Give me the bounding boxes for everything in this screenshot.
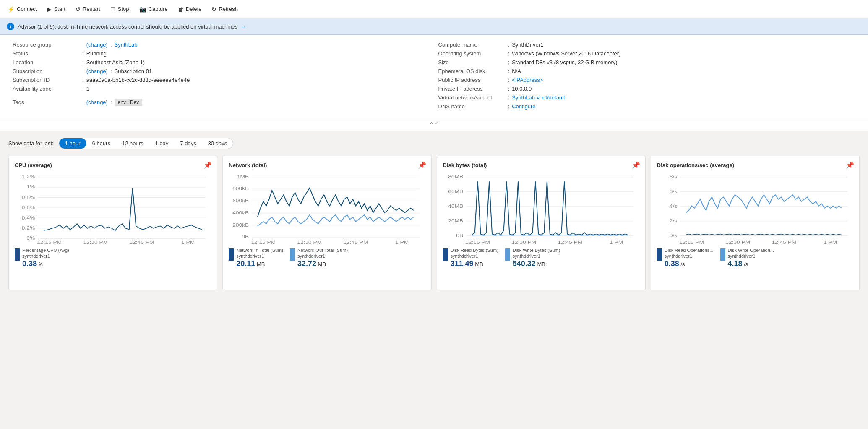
svg-text:1 PM: 1 PM [610, 240, 623, 244]
svg-text:60MB: 60MB [448, 189, 463, 194]
restart-icon: ↺ [76, 6, 81, 13]
collapse-bar[interactable]: ⌃⌃ [0, 119, 868, 131]
private-ip-value: 10.0.0.0 [512, 86, 532, 92]
disk-bytes-chart-card: Disk bytes (total) 📌 80MB 60MB 40MB 20MB… [437, 156, 646, 290]
svg-text:0B: 0B [456, 233, 463, 238]
svg-text:12:45 PM: 12:45 PM [344, 240, 368, 244]
time-6hours[interactable]: 6 hours [86, 138, 116, 149]
time-30days[interactable]: 30 days [202, 138, 233, 149]
private-ip-label: Private IP address [438, 86, 506, 92]
disk-write-ops-value: 4.18 [728, 259, 743, 268]
ephemeral-value: N/A [512, 68, 521, 74]
svg-text:4/s: 4/s [670, 204, 677, 209]
svg-text:80MB: 80MB [448, 174, 463, 179]
time-1hour[interactable]: 1 hour [59, 138, 86, 149]
collapse-icon: ⌃⌃ [429, 121, 440, 129]
svg-text:800kB: 800kB [232, 186, 249, 191]
connect-button[interactable]: ⚡ Connect [3, 3, 41, 15]
delete-icon: 🗑 [178, 6, 184, 13]
resource-group-value[interactable]: SynthLab [115, 42, 138, 48]
disk-ops-chart-card: Disk operations/sec (average) 📌 8/s 6/s … [651, 156, 860, 290]
network-in-unit: MB [257, 261, 265, 267]
svg-text:200kB: 200kB [232, 222, 249, 228]
tag-value: env : Dev [118, 99, 139, 105]
svg-text:0.4%: 0.4% [22, 215, 35, 220]
stop-button[interactable]: ☐ Stop [106, 3, 133, 15]
svg-text:40MB: 40MB [448, 204, 463, 209]
disk-bytes-legend: Disk Read Bytes (Sum)synthddriver1 311.4… [443, 247, 639, 268]
time-1day[interactable]: 1 day [149, 138, 175, 149]
refresh-button[interactable]: ↻ Refresh [207, 3, 242, 15]
os-label: Operating system [438, 50, 506, 57]
info-icon: i [7, 23, 14, 30]
network-out-legend-bar [290, 248, 295, 261]
svg-text:20MB: 20MB [448, 218, 463, 223]
svg-text:1 PM: 1 PM [395, 240, 409, 244]
time-7days[interactable]: 7 days [174, 138, 202, 149]
capture-button[interactable]: 📷 Capture [135, 3, 172, 15]
ephemeral-row: Ephemeral OS disk : N/A [438, 68, 856, 74]
stop-icon: ☐ [110, 6, 116, 13]
location-value: Southeast Asia (Zone 1) [86, 59, 145, 65]
resource-group-change[interactable]: (change) [86, 42, 108, 48]
vnet-label: Virtual network/subnet [438, 94, 506, 101]
disk-write-bytes-unit: MB [537, 261, 546, 267]
availability-zone-label: Availability zone [13, 86, 80, 92]
connect-icon: ⚡ [8, 6, 15, 13]
disk-read-ops-legend-bar [657, 248, 662, 261]
private-ip-row: Private IP address : 10.0.0.0 [438, 86, 856, 92]
svg-text:12:15 PM: 12:15 PM [679, 240, 704, 244]
advisor-banner: i Advisor (1 of 9): Just-In-Time network… [0, 18, 868, 35]
svg-text:1.2%: 1.2% [22, 174, 35, 179]
disk-read-bytes-unit: MB [475, 261, 483, 267]
svg-text:12:30 PM: 12:30 PM [725, 240, 750, 244]
tag-badge: env : Dev [115, 99, 143, 106]
status-label: Status [13, 50, 80, 57]
public-ip-value[interactable]: <IPAddress> [512, 77, 543, 83]
cpu-legend-bar [15, 248, 20, 261]
disk-bytes-chart-svg-wrap: 80MB 60MB 40MB 20MB 0B 12:15 PM 12:30 PM… [443, 173, 639, 244]
subscription-change[interactable]: (change) [86, 68, 108, 74]
banner-link[interactable]: → [241, 24, 246, 30]
refresh-icon: ↻ [211, 6, 216, 13]
disk-ops-legend: Disk Read Operations...synthddriver1 0.3… [657, 247, 853, 268]
svg-text:2/s: 2/s [670, 218, 677, 223]
subscription-id-row: Subscription ID : aaaa0a0a-bb1b-cc2c-dd3… [13, 77, 430, 83]
cpu-unit: % [39, 261, 44, 267]
tags-change[interactable]: (change) [86, 99, 108, 105]
metrics-header: Show data for last: 1 hour 6 hours 12 ho… [8, 138, 860, 149]
subscription-row: Subscription (change) : Subscription 01 [13, 68, 430, 74]
delete-button[interactable]: 🗑 Delete [174, 3, 206, 15]
disk-bytes-chart-title: Disk bytes (total) [443, 162, 639, 168]
svg-text:1MB: 1MB [237, 174, 249, 179]
cpu-chart-card: CPU (average) 📌 1.2% 1% 0.8% 0.6% [8, 156, 217, 290]
disk-bytes-pin-icon[interactable]: 📌 [632, 161, 640, 169]
cpu-pin-icon[interactable]: 📌 [203, 161, 212, 169]
disk-read-ops-unit: /s [680, 261, 685, 267]
svg-text:0B: 0B [242, 235, 249, 240]
computer-name-value: SynthDriver1 [512, 42, 543, 48]
dns-value[interactable]: Configure [512, 103, 535, 110]
disk-write-bytes-legend-item: Disk Write Bytes (Sum)synthddriver1 540.… [505, 247, 560, 268]
info-left: Resource group (change) : SynthLab Statu… [8, 42, 434, 112]
dns-row: DNS name : Configure [438, 103, 856, 110]
disk-ops-pin-icon[interactable]: 📌 [846, 161, 854, 169]
network-chart-svg-wrap: 1MB 800kB 600kB 400kB 200kB 0B 12:15 PM … [229, 173, 425, 244]
vnet-value[interactable]: SynthLab-vnet/default [512, 94, 565, 101]
restart-button[interactable]: ↺ Restart [71, 3, 104, 15]
banner-text: Advisor (1 of 9): Just-In-Time network a… [18, 24, 237, 30]
start-button[interactable]: ▶ Start [43, 3, 69, 15]
svg-text:1 PM: 1 PM [181, 240, 195, 244]
network-pin-icon[interactable]: 📌 [418, 161, 426, 169]
disk-write-ops-unit: /s [744, 261, 748, 267]
cpu-legend: Percentage CPU (Avg)synthddriver1 0.38 % [15, 247, 211, 268]
svg-text:12:30 PM: 12:30 PM [297, 240, 322, 244]
subscription-id-value: aaaa0a0a-bb1b-cc2c-dd3d-eeeeee4e4e4e [86, 77, 190, 83]
location-label: Location [13, 59, 80, 65]
disk-bytes-svg: 80MB 60MB 40MB 20MB 0B 12:15 PM 12:30 PM… [443, 173, 639, 244]
cpu-chart-title: CPU (average) [15, 162, 211, 168]
ephemeral-label: Ephemeral OS disk [438, 68, 506, 74]
disk-read-bytes-legend-item: Disk Read Bytes (Sum)synthddriver1 311.4… [443, 247, 498, 268]
disk-ops-svg: 8/s 6/s 4/s 2/s 0/s 12:15 PM 12:30 PM 12… [657, 173, 853, 244]
time-12hours[interactable]: 12 hours [116, 138, 149, 149]
